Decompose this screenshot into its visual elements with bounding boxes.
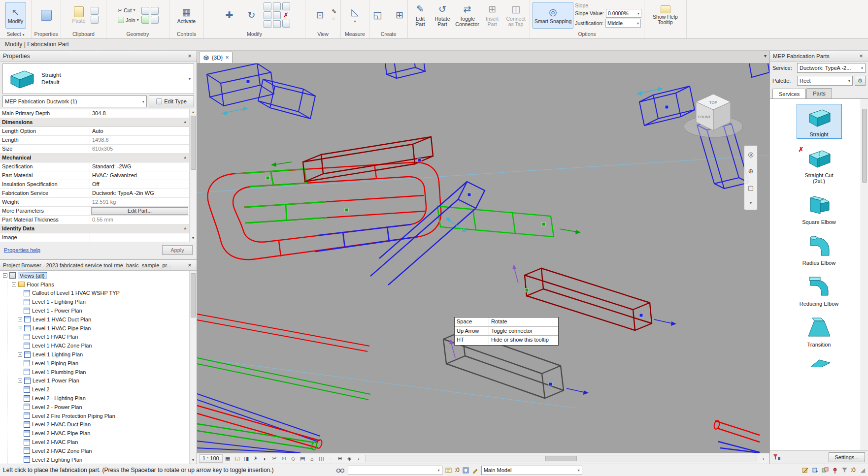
- resize-grip[interactable]: ◢: [861, 467, 865, 474]
- tree-item-view[interactable]: +Level 1 HVAC Duct Plan: [0, 315, 197, 324]
- edit-service-config-button[interactable]: ⚙: [855, 76, 866, 86]
- panel-label-select[interactable]: Select ▾: [0, 30, 31, 38]
- part-card-square-elbow[interactable]: Square Elbow: [797, 191, 842, 226]
- create-group-button[interactable]: ◱: [367, 2, 388, 29]
- array-icon[interactable]: [273, 20, 281, 28]
- 3d-canvas[interactable]: TOP FRONT ◎ ⊕ ▢ ▾ Space Rotate Up Arrow …: [197, 63, 769, 453]
- properties-help-link[interactable]: Properties help: [4, 247, 40, 253]
- workset-select[interactable]: ▾: [348, 466, 442, 475]
- navigation-bar[interactable]: ◎ ⊕ ▢ ▾: [744, 145, 758, 210]
- offset-icon[interactable]: [264, 11, 271, 19]
- tree-item-view[interactable]: Level 2 HVAC Duct Plan: [0, 420, 197, 429]
- press-drag-icon[interactable]: [812, 467, 819, 474]
- join-geometry-button[interactable]: Join ▾: [117, 16, 139, 25]
- edit-part-button[interactable]: ✎ Edit Part: [410, 2, 431, 29]
- pan-icon[interactable]: ▢: [748, 184, 754, 191]
- visual-style-icon[interactable]: ◨: [242, 454, 251, 463]
- view-tab-3d[interactable]: {3D} ×: [199, 52, 233, 63]
- wall-joins-icon[interactable]: [141, 16, 149, 24]
- scroll-up-icon[interactable]: ▴: [192, 109, 194, 116]
- close-icon[interactable]: ×: [857, 52, 865, 60]
- edit-option-icon[interactable]: [472, 467, 478, 474]
- tab-parts[interactable]: Parts: [806, 88, 832, 98]
- scrollbar-thumb[interactable]: [862, 109, 867, 183]
- property-row[interactable]: Part MaterialHVAC: Galvanized: [0, 171, 189, 180]
- part-card-partial[interactable]: [797, 355, 842, 370]
- sun-path-icon[interactable]: ☀: [252, 454, 260, 463]
- align-icon[interactable]: [264, 2, 271, 10]
- design-options-icon[interactable]: [463, 467, 469, 474]
- property-row[interactable]: Length OptionAuto: [0, 127, 189, 136]
- tree-item-view[interactable]: Level 2 Lighting Plan: [0, 455, 197, 464]
- pin-icon[interactable]: [282, 2, 290, 10]
- tree-item-view[interactable]: Level 1 - Power Plan: [0, 306, 197, 315]
- worksharing-display-icon[interactable]: ◫: [317, 454, 326, 463]
- temporary-properties-icon[interactable]: ≡: [327, 454, 335, 463]
- toggle-connector-button[interactable]: ⇄ Toggle Connector: [454, 2, 480, 29]
- palette-filter-icon[interactable]: [773, 454, 781, 461]
- match-type-icon[interactable]: [91, 16, 99, 24]
- select-links-icon[interactable]: [822, 467, 829, 474]
- view-button[interactable]: ⊡: [309, 2, 330, 29]
- paste-button[interactable]: Paste: [68, 2, 89, 29]
- close-icon[interactable]: ×: [186, 52, 194, 60]
- property-row[interactable]: Length1498.6: [0, 136, 189, 145]
- rendering-icon[interactable]: ⊡: [280, 454, 288, 463]
- shadows-icon[interactable]: ◐: [261, 454, 269, 463]
- fab-scrollbar[interactable]: [861, 99, 868, 450]
- split-icon[interactable]: [273, 11, 281, 19]
- browser-scrollbar[interactable]: ▾: [189, 271, 197, 464]
- tree-item-view[interactable]: Level 2 - Lighting Plan: [0, 394, 197, 403]
- property-row[interactable]: Insulation SpecificationOff: [0, 180, 189, 189]
- cut-geometry-button[interactable]: ✂ Cut ▾: [117, 6, 139, 15]
- apply-button[interactable]: Apply: [162, 245, 193, 255]
- demolish-icon[interactable]: [151, 16, 159, 24]
- hide-elements-icon[interactable]: ▤: [299, 454, 307, 463]
- part-card-straight-cut[interactable]: ✗ Straight Cut (2xL): [797, 145, 842, 186]
- delete-icon[interactable]: ✗: [282, 11, 290, 19]
- properties-scrollbar[interactable]: ▴ ▾: [189, 109, 197, 242]
- zoom-icon[interactable]: ⊕: [748, 167, 754, 175]
- settings-button[interactable]: Settings...: [829, 452, 865, 462]
- rotate-part-button[interactable]: ↺ Rotate Part: [432, 2, 453, 29]
- property-row[interactable]: Main Primary Depth304.8: [0, 109, 189, 118]
- tree-item-view[interactable]: Level 2 Fire Protection Piping Plan: [0, 412, 197, 420]
- chevron-down-icon[interactable]: ▾: [750, 201, 752, 205]
- select-pinned-icon[interactable]: [832, 467, 838, 474]
- expand-box-icon[interactable]: +: [18, 326, 22, 330]
- edit-part-cell-button[interactable]: Edit Part...: [91, 207, 188, 215]
- property-row[interactable]: SpecificationStandard: -2WG: [0, 162, 189, 171]
- worksets-icon[interactable]: [336, 467, 345, 473]
- measure-button[interactable]: ◺ ▾: [345, 2, 366, 29]
- modify-tool-button[interactable]: ↖ Modify: [5, 2, 26, 29]
- property-row-more-parameters[interactable]: More ParametersEdit Part...: [0, 207, 189, 216]
- property-section-dimensions[interactable]: Dimensions▴: [0, 118, 189, 127]
- tree-item-view[interactable]: +Level 1 HVAC Pipe Plan: [0, 324, 197, 333]
- property-section-identity-data[interactable]: Identity Data▴: [0, 224, 189, 233]
- rotate-button[interactable]: ↻: [241, 2, 262, 29]
- reveal-hidden-icon[interactable]: ⌂: [308, 454, 316, 463]
- tree-item-view[interactable]: +Level 1 Power Plan: [0, 377, 197, 385]
- show-crop-icon[interactable]: ◱: [233, 454, 241, 463]
- expand-box-icon[interactable]: +: [18, 379, 22, 383]
- element-filter-select[interactable]: MEP Fabrication Ductwork (1) ▾: [2, 95, 147, 107]
- property-section-mechanical[interactable]: Mechanical▴: [0, 154, 189, 162]
- tree-item-view[interactable]: Level 2: [0, 385, 197, 394]
- tree-item-view[interactable]: Level 2 - Power Plan: [0, 403, 197, 412]
- selection-filter-icon[interactable]: [841, 467, 848, 473]
- copy-icon[interactable]: [91, 7, 99, 15]
- expand-box-icon[interactable]: +: [18, 317, 22, 321]
- linework-icon[interactable]: ✎: [332, 8, 336, 15]
- design-option-select[interactable]: Main Model ▾: [481, 466, 582, 475]
- view-scale-button[interactable]: 1 : 100: [199, 454, 223, 463]
- tree-item-view[interactable]: Level 1 HVAC Plan: [0, 333, 197, 342]
- tree-item-view[interactable]: Level 1 Plumbing Plan: [0, 368, 197, 377]
- coping-icon[interactable]: [141, 7, 149, 15]
- lock-view-icon[interactable]: ◇: [289, 454, 298, 463]
- show-help-tooltip-button[interactable]: Show Help Tooltip: [646, 2, 684, 29]
- unpin-icon[interactable]: [282, 20, 290, 28]
- close-icon[interactable]: ×: [225, 54, 229, 61]
- collapse-box-icon[interactable]: −: [3, 273, 7, 278]
- crop-view-icon[interactable]: ▦: [224, 454, 232, 463]
- expand-box-icon[interactable]: +: [18, 352, 22, 357]
